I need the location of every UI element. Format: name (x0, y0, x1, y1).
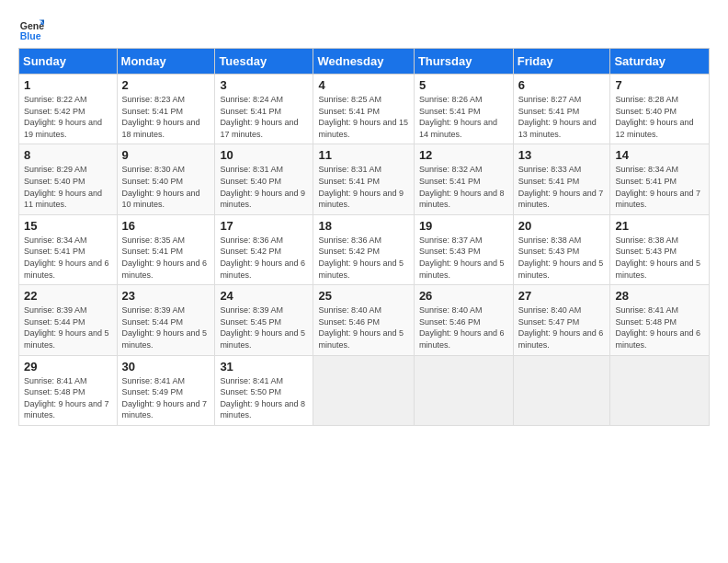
header-day-wednesday: Wednesday (313, 49, 414, 75)
day-info: Sunrise: 8:31 AMSunset: 5:41 PMDaylight:… (318, 165, 404, 209)
day-info: Sunrise: 8:28 AMSunset: 5:40 PMDaylight:… (615, 95, 693, 139)
calendar-cell: 11 Sunrise: 8:31 AMSunset: 5:41 PMDaylig… (313, 144, 414, 214)
calendar-cell: 6 Sunrise: 8:27 AMSunset: 5:41 PMDayligh… (513, 75, 610, 144)
day-info: Sunrise: 8:39 AMSunset: 5:44 PMDaylight:… (122, 305, 208, 350)
header-row: SundayMondayTuesdayWednesdayThursdayFrid… (19, 49, 710, 75)
day-info: Sunrise: 8:41 AMSunset: 5:50 PMDaylight:… (220, 376, 305, 420)
header-day-friday: Friday (513, 49, 610, 75)
day-number: 29 (24, 360, 112, 373)
calendar-cell: 21 Sunrise: 8:38 AMSunset: 5:43 PMDaylig… (610, 214, 710, 284)
header-day-saturday: Saturday (610, 49, 710, 75)
day-info: Sunrise: 8:34 AMSunset: 5:41 PMDaylight:… (24, 236, 109, 280)
day-number: 19 (419, 219, 508, 233)
day-info: Sunrise: 8:36 AMSunset: 5:42 PMDaylight:… (318, 236, 404, 280)
day-info: Sunrise: 8:41 AMSunset: 5:48 PMDaylight:… (24, 376, 109, 420)
day-info: Sunrise: 8:35 AMSunset: 5:41 PMDaylight:… (122, 236, 208, 280)
calendar-cell: 17 Sunrise: 8:36 AMSunset: 5:42 PMDaylig… (215, 214, 313, 284)
day-info: Sunrise: 8:25 AMSunset: 5:41 PMDaylight:… (318, 95, 408, 139)
day-number: 8 (24, 148, 112, 162)
day-number: 24 (220, 289, 308, 303)
day-number: 10 (220, 148, 308, 162)
calendar-cell: 8 Sunrise: 8:29 AMSunset: 5:40 PMDayligh… (19, 144, 118, 214)
day-number: 18 (318, 219, 408, 233)
day-number: 15 (24, 219, 112, 233)
calendar-cell: 29 Sunrise: 8:41 AMSunset: 5:48 PMDaylig… (19, 355, 118, 425)
day-number: 16 (122, 219, 210, 233)
header-day-monday: Monday (117, 49, 215, 75)
calendar-cell: 18 Sunrise: 8:36 AMSunset: 5:42 PMDaylig… (313, 214, 414, 284)
day-number: 28 (615, 289, 704, 303)
day-number: 13 (518, 148, 606, 162)
header-day-thursday: Thursday (414, 49, 513, 75)
header-day-sunday: Sunday (19, 49, 118, 75)
calendar-cell: 10 Sunrise: 8:31 AMSunset: 5:40 PMDaylig… (215, 144, 313, 214)
day-number: 12 (419, 148, 508, 162)
header: General Blue (18, 17, 710, 42)
calendar-cell: 2 Sunrise: 8:23 AMSunset: 5:41 PMDayligh… (117, 75, 215, 144)
day-info: Sunrise: 8:40 AMSunset: 5:46 PMDaylight:… (419, 305, 505, 350)
day-number: 25 (318, 289, 408, 303)
svg-text:Blue: Blue (20, 30, 41, 41)
calendar-cell (610, 355, 710, 425)
calendar-cell: 24 Sunrise: 8:39 AMSunset: 5:45 PMDaylig… (215, 285, 313, 355)
day-number: 22 (24, 289, 112, 303)
day-number: 2 (122, 78, 210, 92)
logo-area: General Blue (18, 17, 48, 42)
day-number: 17 (220, 219, 308, 233)
calendar-cell: 3 Sunrise: 8:24 AMSunset: 5:41 PMDayligh… (215, 75, 313, 144)
calendar-cell: 5 Sunrise: 8:26 AMSunset: 5:41 PMDayligh… (414, 75, 513, 144)
calendar-cell: 20 Sunrise: 8:38 AMSunset: 5:43 PMDaylig… (513, 214, 610, 284)
logo-icon: General Blue (18, 17, 44, 42)
day-number: 31 (220, 360, 308, 373)
day-info: Sunrise: 8:26 AMSunset: 5:41 PMDaylight:… (419, 95, 497, 139)
day-info: Sunrise: 8:27 AMSunset: 5:41 PMDaylight:… (518, 95, 597, 139)
calendar-cell: 23 Sunrise: 8:39 AMSunset: 5:44 PMDaylig… (117, 285, 215, 355)
day-number: 3 (220, 78, 308, 92)
week-row-2: 8 Sunrise: 8:29 AMSunset: 5:40 PMDayligh… (19, 144, 710, 214)
calendar: SundayMondayTuesdayWednesdayThursdayFrid… (18, 48, 710, 426)
week-row-3: 15 Sunrise: 8:34 AMSunset: 5:41 PMDaylig… (19, 214, 710, 284)
day-info: Sunrise: 8:22 AMSunset: 5:42 PMDaylight:… (24, 95, 102, 139)
day-info: Sunrise: 8:24 AMSunset: 5:41 PMDaylight:… (220, 95, 298, 139)
calendar-cell: 22 Sunrise: 8:39 AMSunset: 5:44 PMDaylig… (19, 285, 118, 355)
calendar-cell: 25 Sunrise: 8:40 AMSunset: 5:46 PMDaylig… (313, 285, 414, 355)
day-number: 26 (419, 289, 508, 303)
day-info: Sunrise: 8:38 AMSunset: 5:43 PMDaylight:… (615, 236, 700, 280)
calendar-cell: 31 Sunrise: 8:41 AMSunset: 5:50 PMDaylig… (215, 355, 313, 425)
calendar-cell: 7 Sunrise: 8:28 AMSunset: 5:40 PMDayligh… (610, 75, 710, 144)
day-number: 20 (518, 219, 606, 233)
calendar-cell: 19 Sunrise: 8:37 AMSunset: 5:43 PMDaylig… (414, 214, 513, 284)
day-number: 27 (518, 289, 606, 303)
calendar-cell: 13 Sunrise: 8:33 AMSunset: 5:41 PMDaylig… (513, 144, 610, 214)
day-info: Sunrise: 8:33 AMSunset: 5:41 PMDaylight:… (518, 165, 604, 209)
calendar-cell: 16 Sunrise: 8:35 AMSunset: 5:41 PMDaylig… (117, 214, 215, 284)
day-number: 6 (518, 78, 606, 92)
week-row-4: 22 Sunrise: 8:39 AMSunset: 5:44 PMDaylig… (19, 285, 710, 355)
calendar-cell: 28 Sunrise: 8:41 AMSunset: 5:48 PMDaylig… (610, 285, 710, 355)
calendar-cell: 9 Sunrise: 8:30 AMSunset: 5:40 PMDayligh… (117, 144, 215, 214)
day-number: 11 (318, 148, 408, 162)
day-number: 1 (24, 78, 112, 92)
day-info: Sunrise: 8:39 AMSunset: 5:44 PMDaylight:… (24, 305, 109, 350)
header-day-tuesday: Tuesday (215, 49, 313, 75)
week-row-1: 1 Sunrise: 8:22 AMSunset: 5:42 PMDayligh… (19, 75, 710, 144)
calendar-cell (513, 355, 610, 425)
calendar-cell: 26 Sunrise: 8:40 AMSunset: 5:46 PMDaylig… (414, 285, 513, 355)
calendar-cell: 12 Sunrise: 8:32 AMSunset: 5:41 PMDaylig… (414, 144, 513, 214)
calendar-cell: 14 Sunrise: 8:34 AMSunset: 5:41 PMDaylig… (610, 144, 710, 214)
calendar-cell: 15 Sunrise: 8:34 AMSunset: 5:41 PMDaylig… (19, 214, 118, 284)
day-number: 14 (615, 148, 704, 162)
day-number: 4 (318, 78, 408, 92)
day-info: Sunrise: 8:23 AMSunset: 5:41 PMDaylight:… (122, 95, 200, 139)
page: General Blue SundayMondayTuesdayWednesda… (0, 0, 728, 435)
day-number: 7 (615, 78, 704, 92)
day-info: Sunrise: 8:29 AMSunset: 5:40 PMDaylight:… (24, 165, 102, 209)
calendar-cell: 30 Sunrise: 8:41 AMSunset: 5:49 PMDaylig… (117, 355, 215, 425)
day-info: Sunrise: 8:41 AMSunset: 5:49 PMDaylight:… (122, 376, 208, 420)
day-info: Sunrise: 8:37 AMSunset: 5:43 PMDaylight:… (419, 236, 505, 280)
day-info: Sunrise: 8:34 AMSunset: 5:41 PMDaylight:… (615, 165, 700, 209)
day-info: Sunrise: 8:30 AMSunset: 5:40 PMDaylight:… (122, 165, 200, 209)
day-info: Sunrise: 8:40 AMSunset: 5:47 PMDaylight:… (518, 305, 604, 350)
day-number: 5 (419, 78, 508, 92)
day-number: 23 (122, 289, 210, 303)
